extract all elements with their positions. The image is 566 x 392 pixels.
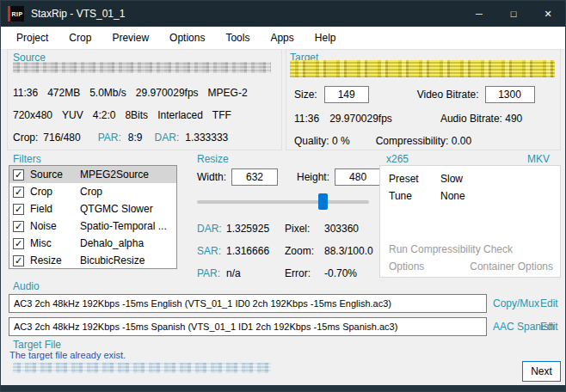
resize-width-input[interactable] bbox=[231, 168, 278, 186]
audio-track-1-mode-link[interactable]: Copy/Mux bbox=[493, 297, 539, 309]
window-controls: ─ □ ✕ bbox=[462, 1, 565, 27]
source-par-label: PAR: bbox=[98, 132, 121, 144]
resize-error-value: -0.70% bbox=[324, 267, 357, 279]
checkbox-checked-icon[interactable]: ✓ bbox=[13, 187, 24, 198]
tune-value[interactable]: None bbox=[440, 190, 465, 202]
filters-section-label: Filters bbox=[13, 153, 41, 165]
x265-panel: Preset Slow Tune None Run Compressibilit… bbox=[379, 165, 561, 278]
filter-name[interactable]: BicubicResize bbox=[80, 254, 145, 266]
next-button[interactable]: Next bbox=[522, 361, 561, 382]
titlebar[interactable]: RIP StaxRip - VTS_01_1 ─ □ ✕ bbox=[1, 1, 565, 27]
source-path-redacted[interactable] bbox=[13, 62, 271, 73]
source-codec: MPEG-2 bbox=[208, 87, 248, 99]
resize-dar-label: DAR: bbox=[197, 223, 226, 235]
menubar: Project Crop Preview Options Tools Apps … bbox=[1, 27, 565, 50]
filter-name[interactable]: MPEG2Source bbox=[80, 168, 149, 181]
filter-row-crop[interactable]: ✓ Crop Crop bbox=[9, 183, 176, 200]
filter-category: Resize bbox=[30, 254, 80, 266]
preset-value[interactable]: Slow bbox=[440, 173, 463, 185]
resize-pixel-label: Pixel: bbox=[285, 223, 324, 235]
checkbox-checked-icon[interactable]: ✓ bbox=[13, 221, 24, 232]
target-quality-row: Quality: 0 % Compressibility: 0.00 bbox=[294, 135, 471, 147]
resize-width-label: Width: bbox=[197, 171, 226, 183]
source-dar-value: 1.333333 bbox=[185, 132, 228, 144]
resize-height-input[interactable] bbox=[335, 168, 381, 186]
audio-track-1-edit-link[interactable]: Edit bbox=[540, 297, 558, 309]
checkbox-checked-icon[interactable]: ✓ bbox=[13, 255, 24, 266]
filters-listbox: ✓ Source MPEG2Source ✓ Crop Crop ✓ Field… bbox=[9, 165, 177, 269]
audio-track-1-input[interactable] bbox=[9, 294, 487, 313]
source-framerate: 29.970029fps bbox=[136, 87, 199, 99]
codec-options-button[interactable]: Options bbox=[389, 260, 424, 273]
run-compressibility-check-button[interactable]: Run Compressibility Check bbox=[389, 243, 513, 255]
resize-dar-value: 1.325925 bbox=[226, 223, 285, 235]
filter-row-source[interactable]: ✓ Source MPEG2Source bbox=[9, 166, 176, 183]
target-video-bitrate-input[interactable] bbox=[485, 86, 535, 103]
filter-name[interactable]: Crop bbox=[80, 186, 102, 198]
app-logo-icon: RIP bbox=[8, 6, 24, 21]
menu-item-project[interactable]: Project bbox=[6, 27, 58, 49]
filter-category: Noise bbox=[30, 220, 80, 232]
source-field-order: TFF bbox=[212, 109, 231, 121]
filter-row-noise[interactable]: ✓ Noise Spatio-Temporal ... bbox=[9, 217, 176, 235]
source-scan-type: Interlaced bbox=[157, 109, 203, 121]
source-info-line2: 720x480 YUV 4:2:0 8Bits Interlaced TFF bbox=[13, 109, 231, 121]
source-bitrate: 5.0Mb/s bbox=[89, 87, 126, 99]
target-path-redacted[interactable] bbox=[290, 60, 555, 77]
filter-row-field[interactable]: ✓ Field QTGMC Slower bbox=[9, 200, 176, 217]
target-file-section-label: Target File bbox=[13, 339, 61, 351]
target-file-path-redacted[interactable] bbox=[13, 363, 271, 373]
filter-name[interactable]: QTGMC Slower bbox=[80, 203, 153, 215]
source-filesize: 472MB bbox=[47, 87, 80, 99]
audio-track-2-edit-link[interactable]: Edit bbox=[540, 321, 558, 333]
target-compressibility: Compressibility: 0.00 bbox=[376, 135, 471, 147]
filter-category: Source bbox=[30, 168, 80, 181]
target-info-row: 11:36 29.970029fps Audio Bitrate: 490 bbox=[294, 113, 522, 125]
menu-item-apps[interactable]: Apps bbox=[260, 27, 304, 49]
resize-dimensions-row: Width: Height: bbox=[197, 168, 381, 186]
checkbox-checked-icon[interactable]: ✓ bbox=[13, 238, 24, 249]
resize-par-row: PAR: n/a Error: -0.70% bbox=[197, 267, 357, 279]
filter-row-misc[interactable]: ✓ Misc Dehalo_alpha bbox=[9, 235, 176, 252]
resize-slider-thumb[interactable] bbox=[318, 193, 328, 210]
container-format-label[interactable]: MKV bbox=[527, 153, 550, 165]
target-size-input[interactable] bbox=[324, 86, 369, 103]
window-bottom-edge bbox=[1, 385, 565, 392]
tune-label: Tune bbox=[389, 190, 412, 202]
source-info-line1: 11:36 472MB 5.0Mb/s 29.970029fps MPEG-2 bbox=[13, 87, 248, 99]
audio-track-2-input[interactable] bbox=[9, 317, 487, 336]
target-file-warning: The target file already exist. bbox=[9, 350, 126, 360]
source-colorspace: YUV bbox=[62, 109, 83, 121]
source-chroma: 4:2:0 bbox=[93, 109, 116, 121]
container-options-button[interactable]: Container Options bbox=[470, 260, 553, 273]
menu-item-help[interactable]: Help bbox=[305, 27, 347, 49]
window-title: StaxRip - VTS_01_1 bbox=[31, 8, 462, 20]
x265-section-label[interactable]: x265 bbox=[386, 153, 409, 165]
source-crop-label: Crop: bbox=[13, 132, 38, 144]
resize-sar-value: 1.316666 bbox=[226, 245, 285, 257]
menu-item-preview[interactable]: Preview bbox=[102, 27, 159, 49]
menu-item-tools[interactable]: Tools bbox=[215, 27, 260, 49]
resize-dar-row: DAR: 1.325925 Pixel: 303360 bbox=[197, 223, 359, 235]
filter-row-resize[interactable]: ✓ Resize BicubicResize bbox=[9, 252, 176, 269]
minimize-icon[interactable]: ─ bbox=[462, 1, 496, 27]
checkbox-checked-icon[interactable]: ✓ bbox=[13, 169, 24, 181]
source-crop-value: 716/480 bbox=[43, 132, 80, 144]
resize-section-label: Resize bbox=[197, 153, 229, 165]
menu-item-options[interactable]: Options bbox=[159, 27, 215, 49]
source-bitdepth: 8Bits bbox=[125, 109, 148, 121]
resize-slider-track[interactable] bbox=[197, 200, 369, 204]
audio-section-label: Audio bbox=[13, 280, 40, 292]
menu-item-crop[interactable]: Crop bbox=[58, 27, 102, 49]
target-framerate: 29.970029fps bbox=[329, 113, 392, 125]
filter-name[interactable]: Dehalo_alpha bbox=[80, 237, 144, 249]
maximize-icon[interactable]: □ bbox=[496, 1, 531, 27]
target-size-row: Size: Video Bitrate: bbox=[294, 86, 535, 103]
close-icon[interactable]: ✕ bbox=[531, 1, 565, 27]
checkbox-checked-icon[interactable]: ✓ bbox=[13, 204, 24, 215]
target-size-label: Size: bbox=[294, 89, 317, 101]
resize-par-label: PAR: bbox=[197, 267, 226, 279]
resize-error-label: Error: bbox=[285, 267, 324, 279]
filter-name[interactable]: Spatio-Temporal ... bbox=[80, 220, 167, 232]
resize-height-label: Height: bbox=[297, 171, 329, 183]
